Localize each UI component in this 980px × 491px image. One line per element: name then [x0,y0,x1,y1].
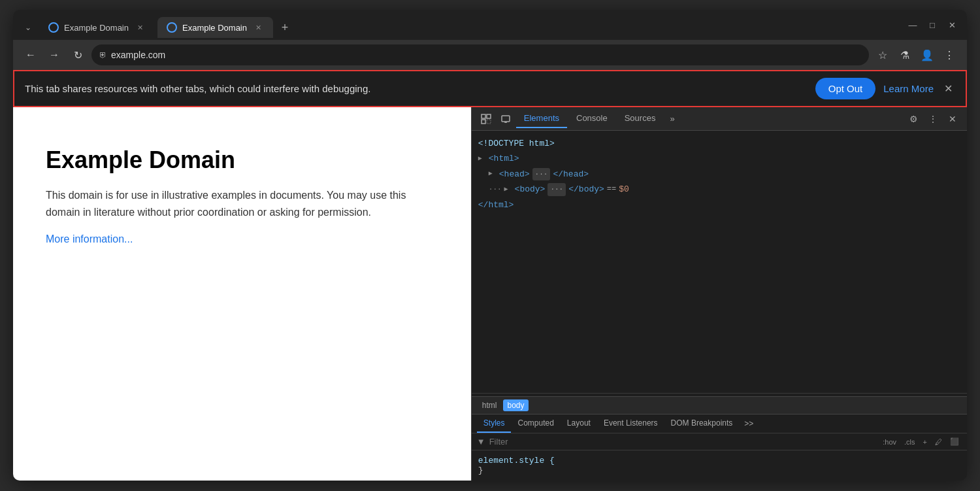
devtools-inspector-icon[interactable] [477,110,495,128]
browser-tab-1[interactable]: Example Domain ✕ [39,17,155,38]
tab-close-1[interactable]: ✕ [134,22,146,33]
info-bar-close-button[interactable]: ✕ [941,81,955,96]
labs-button[interactable]: ⚗ [895,45,915,65]
devtools-tab-sources[interactable]: Sources [617,109,664,128]
devtools-close-button[interactable]: ✕ [943,110,962,128]
tab-bar: ⌄ Example Domain ✕ Example Domain ✕ + — … [13,10,967,40]
dom-html-line[interactable]: ▶ <html> [478,151,960,166]
nav-right-icons: ☆ ⚗ 👤 ⋮ [873,45,959,65]
dom-doctype-line: <!DOCTYPE html> [478,136,960,151]
devtools-tab-elements[interactable]: Elements [516,109,567,128]
chevron-down-icon: ⌄ [25,23,31,32]
svg-rect-0 [482,114,485,118]
breadcrumb-html[interactable]: html [478,399,501,411]
close-button[interactable]: ✕ [943,16,960,33]
styles-tab-computed[interactable]: Computed [511,415,560,433]
learn-more-link[interactable]: Learn More [883,83,934,94]
main-area: Example Domain This domain is for use in… [13,107,967,481]
forward-button[interactable]: → [44,45,64,65]
tab-favicon-1 [48,22,59,33]
styles-tab-event-listeners[interactable]: Event Listeners [597,415,664,433]
devtools-tab-console[interactable]: Console [568,109,615,128]
tab-favicon-2 [167,22,177,33]
browser-tab-2[interactable]: Example Domain ✕ [157,17,273,38]
url-text: example.com [111,50,861,60]
filter-icon: ▼ [477,437,485,447]
dom-body-line[interactable]: ··· ▶ <body> ··· </body> == $0 [478,182,960,197]
devtools-panel: Elements Console Sources » ⚙ ⋮ ✕ <!DO [471,107,967,481]
devtools-right-icons: ⚙ ⋮ ✕ [904,110,962,128]
svg-rect-1 [482,120,485,124]
new-tab-button[interactable]: + [276,18,294,37]
page-title: Example Domain [46,146,438,174]
devtools-menu-button[interactable]: ⋮ [924,110,942,128]
maximize-button[interactable]: □ [924,16,941,33]
tab-title-1: Example Domain [64,23,129,33]
back-button[interactable]: ← [21,45,41,65]
tab-title-2: Example Domain [182,23,247,33]
devtools-more-tabs[interactable]: » [664,110,679,127]
element-style-close: } [478,466,960,475]
toggle-style-button[interactable]: ⬛ [947,436,962,447]
dom-tree: <!DOCTYPE html> ▶ <html> ▶ <head> ··· </… [472,131,967,390]
info-bar: This tab shares resources with other tab… [13,70,967,107]
profile-button[interactable]: 👤 [917,45,937,65]
browser-menu-button[interactable]: ⋮ [939,45,959,65]
window-menu-button[interactable]: ⌄ [20,19,37,36]
add-style-button[interactable]: + [921,437,930,447]
page-content: Example Domain This domain is for use in… [13,107,471,481]
svg-rect-2 [487,114,491,118]
styles-tab-layout[interactable]: Layout [561,415,597,433]
edit-style-button[interactable]: 🖊 [932,437,945,447]
svg-rect-4 [502,116,510,122]
reload-button[interactable]: ↻ [68,45,88,65]
devtools-settings-button[interactable]: ⚙ [904,110,923,128]
dom-html-close-line: </html> [478,197,960,212]
bookmark-button[interactable]: ☆ [873,45,892,65]
styles-panel: Styles Computed Layout Event Listeners D… [472,415,967,481]
page-body-text: This domain is for use in illustrative e… [46,187,438,220]
styles-tab-styles[interactable]: Styles [477,415,512,433]
tab-bar-left: ⌄ Example Domain ✕ Example Domain ✕ + [20,17,294,38]
hov-button[interactable]: :hov [880,437,899,447]
dom-divider [472,393,967,394]
secure-icon: ⛨ [99,50,107,59]
filter-actions: :hov .cls + 🖊 ⬛ [880,436,962,447]
element-style-selector: element.style { [478,456,960,466]
breadcrumb-bar: html body [472,396,967,415]
devtools-tab-bar: Elements Console Sources » ⚙ ⋮ ✕ [472,107,967,131]
info-bar-message: This tab shares resources with other tab… [25,83,808,94]
cls-button[interactable]: .cls [902,437,918,447]
dom-head-line[interactable]: ▶ <head> ··· </head> [478,167,960,182]
svg-rect-3 [487,120,491,124]
browser-window: ⌄ Example Domain ✕ Example Domain ✕ + — … [13,10,967,481]
address-bar[interactable]: ⛨ example.com [91,44,869,65]
opt-out-button[interactable]: Opt Out [815,78,876,99]
styles-more-tabs[interactable]: >> [739,415,759,432]
styles-tab-dom-breakpoints[interactable]: DOM Breakpoints [664,415,740,433]
styles-filter-input[interactable] [489,437,877,447]
styles-filter-bar: ▼ :hov .cls + 🖊 ⬛ [472,433,967,450]
window-controls: — □ ✕ [904,16,960,39]
minimize-button[interactable]: — [904,16,921,33]
styles-tab-bar: Styles Computed Layout Event Listeners D… [472,415,967,433]
devtools-device-icon[interactable] [497,110,515,128]
more-information-link[interactable]: More information... [46,233,133,245]
navigation-bar: ← → ↻ ⛨ example.com ☆ ⚗ 👤 ⋮ [13,40,967,70]
tab-close-2[interactable]: ✕ [252,22,264,33]
breadcrumb-body[interactable]: body [503,399,528,411]
styles-code: element.style { } [472,450,967,481]
